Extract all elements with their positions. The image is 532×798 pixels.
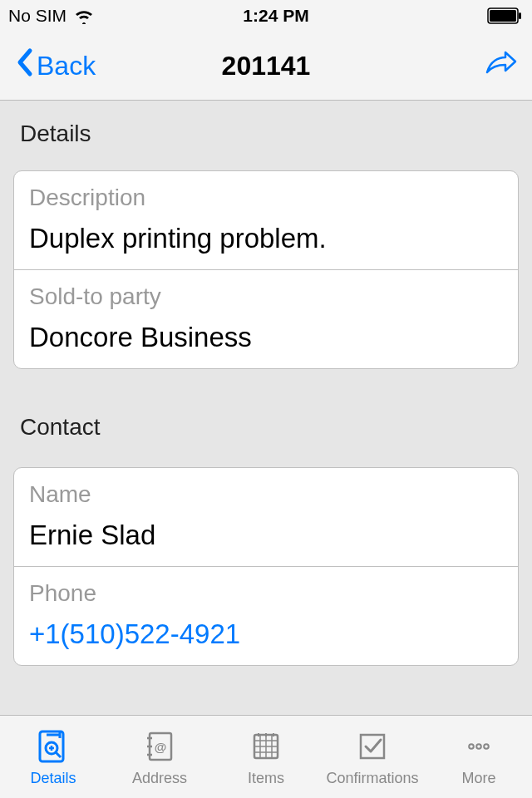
svg-point-24: [469, 744, 474, 749]
tab-confirmations[interactable]: Confirmations: [319, 727, 426, 787]
svg-line-5: [56, 752, 61, 757]
svg-rect-2: [519, 12, 521, 19]
tab-address[interactable]: @ Address: [106, 727, 213, 787]
chevron-left-icon: [15, 47, 33, 84]
details-card: Description Duplex printing problem. Sol…: [13, 170, 519, 369]
tab-confirmations-label: Confirmations: [326, 770, 418, 787]
content-area: Details Description Duplex printing prob…: [0, 101, 532, 715]
tab-items-label: Items: [248, 770, 284, 787]
svg-rect-23: [361, 735, 384, 758]
tab-address-label: Address: [132, 770, 187, 787]
page-title: 201141: [123, 51, 409, 81]
description-row[interactable]: Description Duplex printing problem.: [14, 171, 518, 270]
phone-value[interactable]: +1(510)522-4921: [29, 618, 503, 650]
phone-label: Phone: [29, 580, 503, 607]
tab-details-label: Details: [30, 770, 76, 787]
back-label: Back: [37, 51, 96, 81]
soldto-label: Sold-to party: [29, 283, 503, 310]
contact-section-header: Contact: [0, 394, 532, 457]
soldto-value: Doncore Business: [29, 322, 503, 353]
details-icon: [35, 727, 71, 766]
name-value: Ernie Slad: [29, 520, 503, 551]
svg-point-26: [484, 744, 489, 749]
tab-bar: Details @ Address Items Confirma: [0, 715, 532, 798]
tab-items[interactable]: Items: [213, 727, 319, 787]
share-button[interactable]: [484, 51, 517, 81]
svg-rect-1: [490, 10, 516, 22]
contact-card: Name Ernie Slad Phone +1(510)522-4921: [13, 467, 519, 666]
carrier-text: No SIM: [8, 6, 66, 26]
confirmations-icon: [354, 727, 391, 766]
battery-icon: [487, 7, 524, 24]
description-label: Description: [29, 185, 503, 211]
phone-row[interactable]: Phone +1(510)522-4921: [14, 567, 518, 665]
svg-text:@: @: [155, 740, 167, 754]
tab-details[interactable]: Details: [0, 727, 106, 787]
name-row[interactable]: Name Ernie Slad: [14, 468, 518, 567]
status-time: 1:24 PM: [95, 6, 457, 26]
tab-more[interactable]: More: [426, 727, 532, 787]
more-icon: [461, 727, 497, 766]
nav-bar: Back 201141: [0, 32, 532, 101]
name-label: Name: [29, 481, 503, 508]
status-bar: No SIM 1:24 PM: [0, 0, 532, 32]
svg-point-25: [476, 744, 481, 749]
soldto-row[interactable]: Sold-to party Doncore Business: [14, 270, 518, 368]
back-button[interactable]: Back: [15, 47, 96, 84]
address-icon: @: [141, 727, 178, 766]
description-value: Duplex printing problem.: [29, 223, 503, 254]
tab-more-label: More: [461, 770, 495, 787]
share-icon: [484, 66, 517, 80]
details-section-header: Details: [0, 101, 532, 164]
items-icon: [248, 727, 284, 766]
wifi-icon: [73, 7, 95, 24]
